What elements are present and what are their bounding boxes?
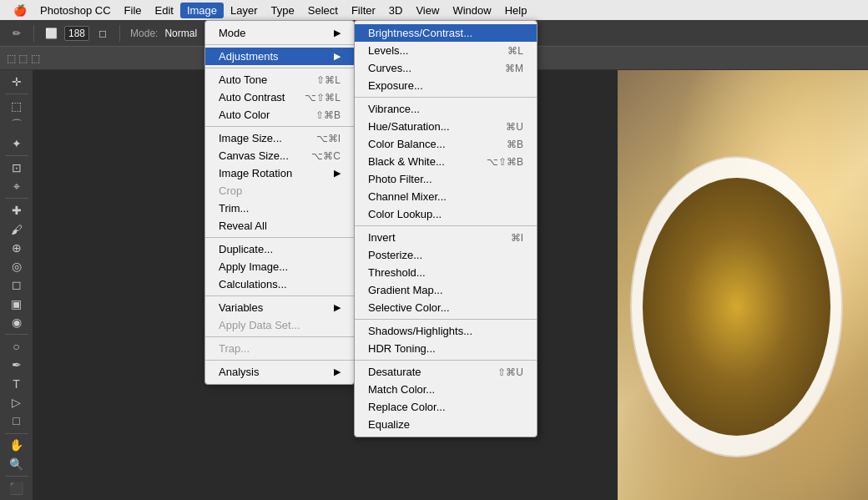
menu-apply-image[interactable]: Apply Image... bbox=[205, 258, 354, 275]
adj-curves[interactable]: Curves... ⌘M bbox=[355, 59, 537, 77]
menu-image-size-shortcut: ⌥⌘I bbox=[316, 133, 341, 144]
menu-auto-color-shortcut: ⇧⌘B bbox=[315, 109, 341, 121]
adj-exposure[interactable]: Exposure... bbox=[355, 77, 537, 94]
adj-selective-color[interactable]: Selective Color... bbox=[355, 299, 537, 316]
menu-sep-3 bbox=[205, 126, 354, 127]
image-dropdown-menu: Mode ▶ Adjustments ▶ Auto Tone ⇧⌘L Auto … bbox=[204, 20, 355, 385]
menu-auto-tone[interactable]: Auto Tone ⇧⌘L bbox=[205, 71, 354, 88]
adj-vibrance-label: Vibrance... bbox=[368, 103, 420, 115]
menu-apply-image-label: Apply Image... bbox=[219, 260, 288, 273]
menu-trim-label: Trim... bbox=[219, 202, 249, 215]
adj-channel-mixer[interactable]: Channel Mixer... bbox=[355, 188, 537, 205]
menu-sep-7 bbox=[205, 360, 354, 361]
adj-black-white[interactable]: Black & White... ⌥⇧⌘B bbox=[355, 153, 537, 170]
menu-adjustments-label: Adjustments bbox=[219, 50, 279, 63]
adj-color-balance-label: Color Balance... bbox=[368, 138, 446, 150]
adj-match-color-label: Match Color... bbox=[368, 383, 435, 396]
menu-image-rotation-arrow: ▶ bbox=[334, 168, 341, 179]
adj-match-color[interactable]: Match Color... bbox=[355, 381, 537, 398]
adj-desaturate-shortcut: ⇧⌘U bbox=[497, 366, 523, 378]
menu-crop: Crop bbox=[205, 182, 354, 199]
adj-threshold-label: Threshold... bbox=[368, 266, 426, 279]
menu-image-rotation[interactable]: Image Rotation ▶ bbox=[205, 164, 354, 182]
menu-canvas-size[interactable]: Canvas Size... ⌥⌘C bbox=[205, 147, 354, 164]
menu-sep-1 bbox=[205, 44, 354, 45]
adj-sep-4 bbox=[355, 360, 537, 361]
adj-brightness-contrast[interactable]: Brightness/Contrast... bbox=[355, 24, 537, 42]
adj-invert[interactable]: Invert ⌘I bbox=[355, 229, 537, 246]
adj-sep-2 bbox=[355, 225, 537, 226]
adj-hue-saturation[interactable]: Hue/Saturation... ⌘U bbox=[355, 118, 537, 135]
menu-trap-label: Trap... bbox=[219, 342, 250, 355]
adj-selective-color-label: Selective Color... bbox=[368, 301, 450, 314]
adj-threshold[interactable]: Threshold... bbox=[355, 264, 537, 281]
adj-posterize-label: Posterize... bbox=[368, 249, 422, 261]
adj-gradient-map-label: Gradient Map... bbox=[368, 284, 443, 296]
menu-sep-5 bbox=[205, 295, 354, 296]
adj-channel-mixer-label: Channel Mixer... bbox=[368, 190, 447, 203]
adj-equalize[interactable]: Equalize bbox=[355, 416, 537, 433]
adj-shadows-highlights[interactable]: Shadows/Highlights... bbox=[355, 322, 537, 340]
menu-apply-data-set: Apply Data Set... bbox=[205, 316, 354, 334]
menu-reveal-all-label: Reveal All bbox=[219, 220, 267, 232]
menu-auto-tone-label: Auto Tone bbox=[219, 73, 267, 86]
adj-replace-color-label: Replace Color... bbox=[368, 401, 446, 413]
adj-color-lookup[interactable]: Color Lookup... bbox=[355, 205, 537, 223]
menu-variables[interactable]: Variables ▶ bbox=[205, 299, 354, 316]
menu-image-size[interactable]: Image Size... ⌥⌘I bbox=[205, 129, 354, 147]
menu-sep-6 bbox=[205, 336, 354, 337]
adj-color-lookup-label: Color Lookup... bbox=[368, 208, 442, 220]
adj-invert-label: Invert bbox=[368, 231, 396, 244]
adj-hue-saturation-label: Hue/Saturation... bbox=[368, 120, 450, 133]
adj-levels[interactable]: Levels... ⌘L bbox=[355, 42, 537, 59]
menu-auto-color-label: Auto Color bbox=[219, 109, 270, 121]
adj-black-white-label: Black & White... bbox=[368, 155, 445, 168]
menu-reveal-all[interactable]: Reveal All bbox=[205, 217, 354, 235]
adj-color-balance[interactable]: Color Balance... ⌘B bbox=[355, 135, 537, 153]
menu-analysis[interactable]: Analysis ▶ bbox=[205, 363, 354, 381]
menu-trim[interactable]: Trim... bbox=[205, 199, 354, 217]
menu-mode-label: Mode bbox=[219, 27, 246, 39]
menu-adjustments[interactable]: Adjustments ▶ bbox=[205, 48, 354, 65]
menu-canvas-size-label: Canvas Size... bbox=[219, 149, 289, 162]
adj-hdr-toning-label: HDR Toning... bbox=[368, 342, 436, 355]
adj-vibrance[interactable]: Vibrance... bbox=[355, 100, 537, 118]
menu-canvas-size-shortcut: ⌥⌘C bbox=[311, 150, 341, 162]
adjustments-submenu: Brightness/Contrast... Levels... ⌘L Curv… bbox=[354, 20, 537, 437]
menu-crop-label: Crop bbox=[219, 184, 242, 197]
menu-auto-contrast-shortcut: ⌥⇧⌘L bbox=[305, 92, 341, 104]
menu-image-size-label: Image Size... bbox=[219, 132, 282, 144]
adj-exposure-label: Exposure... bbox=[368, 79, 423, 92]
menu-calculations[interactable]: Calculations... bbox=[205, 275, 354, 293]
menu-auto-color[interactable]: Auto Color ⇧⌘B bbox=[205, 106, 354, 124]
menu-mode[interactable]: Mode ▶ bbox=[205, 24, 354, 42]
menu-duplicate-label: Duplicate... bbox=[219, 243, 273, 255]
adj-hdr-toning[interactable]: HDR Toning... bbox=[355, 340, 537, 357]
adj-desaturate[interactable]: Desaturate ⇧⌘U bbox=[355, 363, 537, 381]
adj-curves-shortcut: ⌘M bbox=[505, 63, 523, 74]
adj-replace-color[interactable]: Replace Color... bbox=[355, 398, 537, 416]
adj-levels-label: Levels... bbox=[368, 44, 408, 57]
adj-curves-label: Curves... bbox=[368, 62, 411, 74]
menu-auto-contrast[interactable]: Auto Contrast ⌥⇧⌘L bbox=[205, 88, 354, 106]
menu-auto-tone-shortcut: ⇧⌘L bbox=[316, 74, 341, 86]
adj-shadows-highlights-label: Shadows/Highlights... bbox=[368, 325, 472, 337]
menu-analysis-arrow: ▶ bbox=[334, 366, 341, 377]
menu-image-rotation-label: Image Rotation bbox=[219, 167, 292, 179]
menu-sep-4 bbox=[205, 237, 354, 238]
menu-mode-arrow: ▶ bbox=[334, 28, 341, 38]
adj-photo-filter-label: Photo Filter... bbox=[368, 173, 432, 185]
adj-sep-1 bbox=[355, 97, 537, 98]
adj-levels-shortcut: ⌘L bbox=[507, 45, 523, 57]
menu-adjustments-arrow: ▶ bbox=[334, 51, 341, 62]
menu-duplicate[interactable]: Duplicate... bbox=[205, 240, 354, 258]
adj-gradient-map[interactable]: Gradient Map... bbox=[355, 281, 537, 299]
adj-sep-3 bbox=[355, 319, 537, 320]
adj-invert-shortcut: ⌘I bbox=[511, 232, 523, 244]
adj-photo-filter[interactable]: Photo Filter... bbox=[355, 170, 537, 188]
menu-variables-arrow: ▶ bbox=[334, 302, 341, 313]
menu-trap: Trap... bbox=[205, 340, 354, 357]
adj-hue-saturation-shortcut: ⌘U bbox=[506, 121, 523, 133]
adj-posterize[interactable]: Posterize... bbox=[355, 246, 537, 264]
adj-brightness-contrast-label: Brightness/Contrast... bbox=[368, 27, 472, 39]
